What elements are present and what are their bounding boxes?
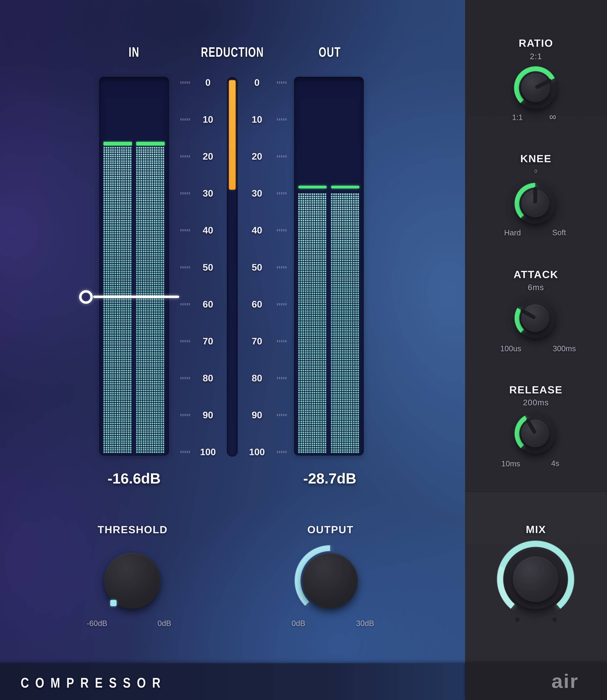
scale-label: 50: [242, 262, 272, 273]
scale-tick: [277, 266, 287, 269]
attack-knob[interactable]: [515, 298, 556, 338]
reduction-meter-title: REDUCTION: [201, 44, 264, 60]
release-knob-face: [521, 420, 549, 447]
scale-tick: [277, 451, 287, 453]
knee-max-label: Soft: [552, 228, 566, 237]
ratio-label: RATIO: [519, 37, 553, 49]
scale-label: 70: [193, 336, 223, 346]
scale-tick: [277, 229, 287, 231]
out-level-meter: [294, 77, 364, 455]
knee-min-label: Hard: [504, 228, 521, 237]
attack-min-label: 100us: [500, 344, 521, 353]
output-label: OUTPUT: [307, 524, 354, 536]
knee-knob-pointer: [533, 187, 537, 204]
out-meter-title: OUT: [318, 44, 341, 60]
scale-tick: [180, 81, 190, 84]
scale-tick: [180, 155, 190, 157]
scale-label: 100: [193, 446, 223, 457]
scale-label: 0: [193, 77, 223, 88]
release-knob[interactable]: [515, 413, 556, 453]
scale-label: 60: [242, 299, 272, 310]
output-min-label: 0dB: [292, 619, 305, 628]
scale-tick: [180, 192, 190, 194]
scale-label: 30: [242, 188, 272, 199]
out-meter-led-column-left: [298, 186, 327, 453]
release-label: RELEASE: [509, 384, 563, 396]
output-max-label: 30dB: [356, 619, 374, 628]
threshold-label: THRESHOLD: [98, 524, 168, 536]
scale-tick: [180, 303, 190, 305]
compressor-plugin-window: IN REDUCTION OUT 0102030405060708090100 …: [0, 0, 607, 700]
scale-tick: [180, 377, 190, 379]
scale-label: 90: [242, 409, 272, 420]
scale-label: 80: [242, 373, 272, 383]
scale-tick: [180, 118, 190, 121]
in-meter-title: IN: [129, 44, 140, 60]
out-meter-peak-line: [298, 186, 327, 189]
scale-tick: [180, 229, 190, 231]
out-meter-led-fill: [298, 193, 327, 453]
footer-bar-panel: [465, 663, 607, 700]
attack-max-label: 300ms: [553, 344, 576, 353]
ratio-max-label: ∞: [549, 111, 556, 122]
in-meter-peak-cap: [103, 142, 132, 146]
scale-tick: [277, 340, 287, 342]
attack-knob-face: [521, 304, 549, 332]
scale-label: 40: [242, 225, 272, 236]
scale-label: 20: [193, 151, 223, 162]
scale-tick: [180, 451, 190, 453]
threshold-min-label: -60dB: [87, 619, 107, 628]
scale-tick: [277, 81, 287, 84]
release-value: 200ms: [523, 398, 549, 407]
out-level-readout: -28.7dB: [303, 470, 356, 487]
mix-knob[interactable]: [506, 550, 565, 609]
scale-tick: [277, 118, 287, 121]
air-brand-logo: air: [551, 670, 579, 693]
scale-tick: [180, 266, 190, 269]
mix-min-tick: [515, 617, 520, 622]
in-meter-peak-cap: [136, 142, 165, 146]
release-max-label: 4s: [551, 459, 559, 468]
reduction-meter: [227, 77, 238, 457]
knee-value: 0: [535, 168, 538, 174]
reduction-meter-bar: [229, 80, 236, 190]
scale-tick: [277, 155, 287, 157]
threshold-marker-line: [93, 296, 179, 298]
mix-max-tick: [552, 617, 557, 622]
scale-label: 0: [242, 77, 272, 88]
scale-label: 50: [193, 262, 223, 273]
threshold-knob[interactable]: [94, 542, 171, 619]
scale-tick: [277, 377, 287, 379]
output-knob[interactable]: [292, 542, 369, 619]
out-meter-led-column-right: [331, 186, 359, 453]
output-knob-face: [302, 553, 358, 608]
knee-knob[interactable]: [515, 184, 556, 224]
threshold-marker-ring-icon: [79, 290, 93, 304]
scale-label: 70: [242, 336, 272, 346]
scale-tick: [180, 414, 190, 416]
mix-knob-face: [513, 556, 558, 602]
threshold-knob-indicator: [110, 600, 117, 606]
scale-tick: [277, 414, 287, 416]
in-level-readout: -16.6dB: [107, 470, 161, 487]
scale-label: 10: [242, 114, 272, 125]
out-meter-peak-line: [331, 186, 359, 189]
scale-label: 100: [242, 446, 272, 457]
scale-label: 40: [193, 225, 223, 236]
ratio-value: 2:1: [530, 51, 542, 61]
plugin-title: COMPRESSOR: [21, 675, 167, 691]
scale-label: 90: [193, 409, 223, 420]
attack-label: ATTACK: [514, 269, 558, 280]
mix-label: MIX: [526, 524, 546, 535]
scale-tick: [180, 340, 190, 342]
in-level-meter: [99, 77, 169, 455]
threshold-max-label: 0dB: [158, 619, 171, 628]
scale-tick: [277, 303, 287, 305]
ratio-knob[interactable]: [515, 67, 557, 109]
threshold-marker-handle[interactable]: [79, 290, 179, 304]
knee-label: KNEE: [520, 153, 552, 165]
scale-label: 80: [193, 373, 223, 383]
scale-tick: [277, 192, 287, 194]
ratio-min-label: 1:1: [512, 113, 523, 122]
out-meter-led-fill: [331, 193, 359, 453]
